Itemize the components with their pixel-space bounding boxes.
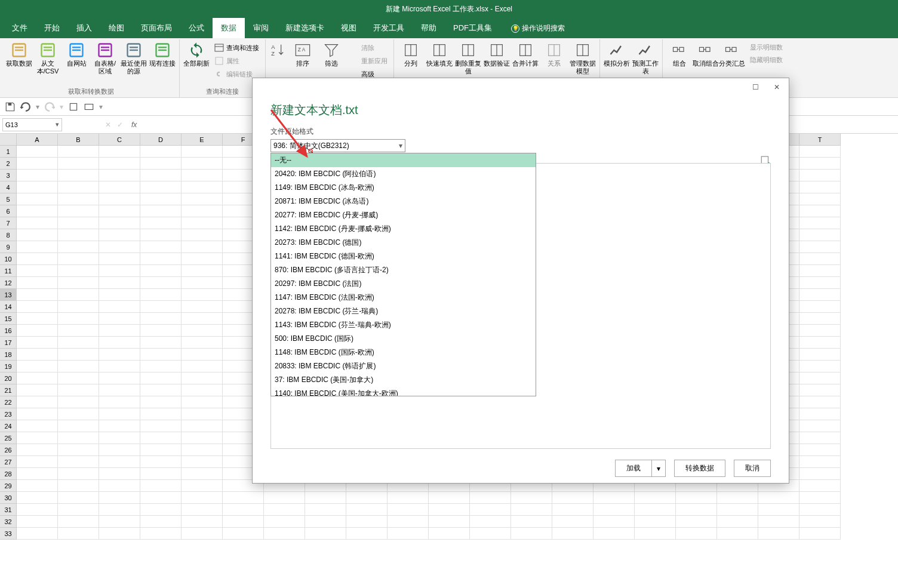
column-header[interactable]: E (182, 134, 223, 146)
cell[interactable] (17, 361, 58, 372)
row-header[interactable]: 18 (0, 349, 17, 361)
cell[interactable] (99, 146, 140, 158)
cell[interactable] (182, 217, 223, 229)
fx-icon[interactable]: fx (128, 121, 137, 129)
encoding-option[interactable]: 1148: IBM EBCDIC (国际-欧洲) (271, 346, 536, 359)
cell[interactable] (552, 516, 593, 528)
confirm-formula-icon[interactable]: ✓ (117, 121, 123, 129)
cell[interactable] (140, 504, 182, 516)
row-header[interactable]: 14 (0, 301, 17, 313)
cell[interactable] (182, 528, 223, 540)
outline-0[interactable]: 组合 (666, 39, 693, 67)
row-header[interactable]: 22 (0, 396, 17, 408)
cell[interactable] (470, 504, 511, 516)
encoding-option[interactable]: 20420: IBM EBCDIC (阿拉伯语) (271, 167, 536, 181)
cell[interactable] (58, 456, 99, 468)
cell[interactable] (182, 277, 223, 289)
cell[interactable] (17, 170, 58, 181)
cell[interactable] (17, 289, 58, 301)
row-header[interactable]: 20 (0, 372, 17, 384)
row-header[interactable]: 2 (0, 158, 17, 170)
touch-mode-icon[interactable] (84, 101, 94, 112)
cell[interactable] (552, 528, 593, 540)
row-header[interactable]: 3 (0, 170, 17, 181)
cell[interactable] (182, 181, 223, 193)
tab-绘图[interactable]: 绘图 (100, 18, 133, 38)
cell[interactable] (758, 504, 799, 516)
cell[interactable] (99, 372, 140, 384)
cell[interactable] (99, 384, 140, 396)
cell[interactable] (140, 265, 182, 277)
row-header[interactable]: 7 (0, 217, 17, 229)
cell[interactable] (140, 229, 182, 241)
cell[interactable] (17, 444, 58, 456)
cell[interactable] (593, 516, 635, 528)
row-header[interactable]: 16 (0, 325, 17, 337)
cell[interactable] (140, 480, 182, 492)
cell[interactable] (58, 313, 99, 325)
cell[interactable] (799, 241, 841, 253)
cell[interactable] (182, 301, 223, 313)
cancel-button[interactable]: 取消 (734, 460, 771, 477)
cell[interactable] (140, 253, 182, 265)
cell[interactable] (388, 492, 429, 504)
cell[interactable] (182, 289, 223, 301)
cell[interactable] (799, 516, 841, 528)
cell[interactable] (99, 337, 140, 349)
cell[interactable] (140, 468, 182, 480)
cell[interactable] (140, 217, 182, 229)
tab-视图[interactable]: 视图 (333, 18, 365, 38)
cell[interactable] (140, 301, 182, 313)
cell[interactable] (799, 181, 841, 193)
cell[interactable] (17, 384, 58, 396)
row-header[interactable]: 23 (0, 408, 17, 420)
cell[interactable] (58, 372, 99, 384)
cell[interactable] (140, 289, 182, 301)
cell[interactable] (182, 372, 223, 384)
cell[interactable] (140, 181, 182, 193)
encoding-option[interactable]: 500: IBM EBCDIC (国际) (271, 332, 536, 346)
cell[interactable] (182, 456, 223, 468)
cell[interactable] (17, 480, 58, 492)
column-header[interactable]: A (17, 134, 58, 146)
chevron-down-icon[interactable]: ▾ (56, 121, 59, 128)
cell[interactable] (758, 492, 799, 504)
load-button[interactable]: 加载 ▾ (615, 460, 666, 477)
cell[interactable] (58, 420, 99, 432)
cell[interactable] (58, 516, 99, 528)
tab-开始[interactable]: 开始 (36, 18, 68, 38)
row-header[interactable]: 27 (0, 456, 17, 468)
row-header[interactable]: 13 (0, 289, 17, 301)
encoding-option[interactable]: 1149: IBM EBCDIC (冰岛-欧洲) (271, 181, 536, 195)
cell[interactable] (99, 504, 140, 516)
cell[interactable] (799, 504, 841, 516)
row-header[interactable]: 5 (0, 193, 17, 205)
encoding-option[interactable]: 1147: IBM EBCDIC (法国-欧洲) (271, 291, 536, 304)
cell[interactable] (58, 289, 99, 301)
cell[interactable] (182, 384, 223, 396)
cell[interactable] (58, 480, 99, 492)
cell[interactable] (593, 492, 635, 504)
cell[interactable] (99, 456, 140, 468)
tab-审阅[interactable]: 审阅 (245, 18, 277, 38)
row-header[interactable]: 28 (0, 468, 17, 480)
row-header[interactable]: 33 (0, 528, 17, 540)
cell[interactable] (799, 396, 841, 408)
cell[interactable] (799, 265, 841, 277)
cell[interactable] (99, 313, 140, 325)
cell[interactable] (17, 420, 58, 432)
cell[interactable] (17, 158, 58, 170)
cell[interactable] (17, 301, 58, 313)
cell[interactable] (58, 193, 99, 205)
row-header[interactable]: 24 (0, 420, 17, 432)
cell[interactable] (17, 277, 58, 289)
encoding-option[interactable]: 1143: IBM EBCDIC (芬兰-瑞典-欧洲) (271, 318, 536, 332)
cell[interactable] (140, 170, 182, 181)
data-tool-2[interactable]: 删除重复值 (455, 39, 481, 75)
cell[interactable] (799, 372, 841, 384)
encoding-option[interactable]: 20273: IBM EBCDIC (德国) (271, 236, 536, 250)
cell[interactable] (635, 504, 676, 516)
cell[interactable] (182, 516, 223, 528)
row-header[interactable]: 11 (0, 265, 17, 277)
cell[interactable] (58, 444, 99, 456)
